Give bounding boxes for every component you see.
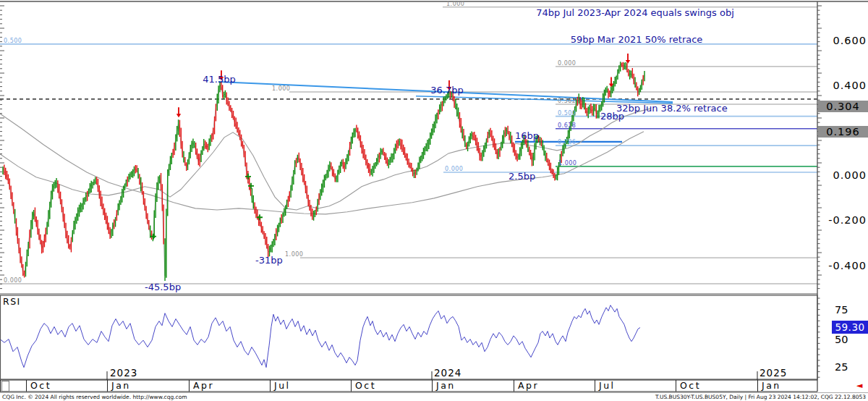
month-label: Jan: [108, 380, 190, 392]
chart-annotation[interactable]: 28bp: [600, 111, 624, 122]
buy-signal-plus-icon: [245, 174, 251, 180]
up-candles[interactable]: [3, 62, 644, 281]
down-candles[interactable]: [4, 62, 643, 278]
fib-level-label: 1.000: [558, 160, 576, 166]
price-axis-label[interactable]: 0.000: [819, 169, 868, 181]
moving-average-slow: [0, 114, 644, 214]
status-bar: CQG Inc. © 2024 All rights reserved worl…: [0, 393, 868, 401]
time-axis-month-cell[interactable]: Jan: [432, 380, 514, 392]
fib-level-label: 0.786: [558, 139, 576, 145]
price-axis-label-highlighted[interactable]: 0.304: [818, 101, 868, 112]
status-bar-copyright: CQG Inc. © 2024 All rights reserved worl…: [2, 394, 187, 400]
time-axis-year-label[interactable]: 2025: [760, 367, 787, 379]
fib-level-label: 0.618: [558, 122, 576, 129]
chart-annotation[interactable]: 32bp Jun 38.2% retrace: [616, 103, 728, 114]
time-axis-month-cell[interactable]: Jul: [270, 380, 352, 392]
price-axis-label[interactable]: -0.200: [819, 214, 868, 226]
time-axis-month-cell[interactable]: Oct: [676, 380, 758, 392]
cqg-chart-window: RSI 59.30 ◄ CQG Inc. © 2024 All rights r…: [0, 0, 868, 401]
fib-level-label: 0.382: [558, 98, 576, 104]
rsi-current-value-badge: 59.30: [832, 321, 868, 334]
month-label: Apr: [514, 380, 595, 392]
chart-annotation[interactable]: 36.7bp: [430, 85, 463, 96]
time-axis-month-cell[interactable]: Jan: [757, 380, 818, 392]
time-axis-month-cell[interactable]: Oct: [26, 380, 108, 392]
time-axis-month-cell[interactable]: Jan: [107, 380, 190, 392]
sell-signal-arrowhead-icon: [176, 114, 181, 117]
scroll-left-arrow-icon[interactable]: ◄: [856, 381, 862, 390]
chart-canvas[interactable]: [0, 0, 868, 401]
rsi-axis-label[interactable]: 75: [835, 304, 848, 316]
fib-level-label: 0.500: [4, 38, 22, 44]
rsi-axis-label[interactable]: 25: [835, 361, 848, 373]
price-axis-label[interactable]: 0.400: [819, 80, 868, 91]
chart-annotation[interactable]: -45.5bp: [145, 282, 181, 292]
month-label: Jan: [758, 380, 818, 392]
chart-annotation[interactable]: 41.5bp: [203, 74, 235, 85]
month-label: Jan: [433, 380, 514, 392]
month-label: Apr: [190, 380, 271, 392]
time-axis-month-cell[interactable]: Oct: [351, 380, 433, 392]
time-axis-year-label[interactable]: 2024: [434, 367, 461, 379]
rsi-line: [0, 305, 640, 368]
month-label: Oct: [352, 380, 433, 392]
month-label: Oct: [27, 380, 108, 392]
price-axis-label[interactable]: -0.400: [819, 260, 868, 271]
chart-annotation[interactable]: 74bp Jul 2023-Apr 2024 equals swings obj: [536, 7, 734, 18]
month-label: Jul: [271, 380, 352, 392]
time-axis-month-cell[interactable]: Jul: [595, 380, 676, 392]
status-bar-symbol-info: T.US.BUS30Y-T.US.BUS05Y, Daily | Fri Aug…: [655, 394, 866, 400]
fib-level-label: 1.000: [446, 1, 464, 7]
chart-annotation[interactable]: 59bp Mar 2021 50% retrace: [571, 34, 703, 45]
fib-level-label: 0.000: [4, 277, 22, 284]
fib-level-label: 0.000: [445, 166, 463, 172]
time-axis-month-cell[interactable]: [0, 380, 27, 392]
fib-level-label: 0.000: [558, 60, 576, 67]
month-label: Oct: [676, 380, 758, 392]
chart-annotation[interactable]: 16bp: [515, 130, 539, 141]
chart-annotation[interactable]: -31bp: [255, 255, 283, 266]
fib-level-label: 0.500: [558, 110, 576, 117]
chart-annotation[interactable]: 2.5bp: [509, 171, 535, 182]
time-axis-year-label[interactable]: 2023: [110, 367, 137, 379]
price-axis-label[interactable]: 0.600: [819, 35, 868, 46]
moving-average-fast: [0, 109, 651, 210]
time-axis-month-cell[interactable]: Apr: [189, 380, 271, 392]
fib-level-label: 1.000: [285, 251, 303, 258]
fib-level-label: 1.000: [272, 85, 290, 92]
month-label: Jul: [595, 380, 676, 392]
rsi-panel-title: RSI: [3, 296, 21, 307]
rsi-axis-label[interactable]: 50: [835, 334, 848, 345]
price-axis-label-highlighted[interactable]: 0.196: [818, 126, 868, 138]
time-axis-month-cell[interactable]: Apr: [514, 380, 595, 392]
